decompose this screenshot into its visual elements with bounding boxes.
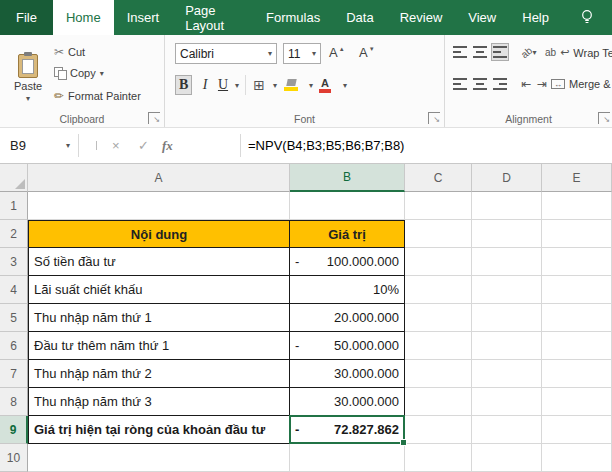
cell-C9[interactable] (405, 416, 472, 444)
fill-color-button[interactable] (283, 75, 299, 95)
bold-button[interactable]: B (175, 75, 192, 95)
tab-data[interactable]: Data (333, 0, 386, 35)
format-painter-button[interactable]: ✏ Format Painter (54, 89, 141, 103)
cell-B5[interactable]: 20.000.000 (290, 304, 405, 332)
cell-A1[interactable] (28, 192, 290, 220)
row-header-2[interactable]: 2 (0, 220, 28, 248)
cell-C8[interactable] (405, 388, 472, 416)
cell-C1[interactable] (405, 192, 472, 220)
align-right-button[interactable] (491, 75, 509, 93)
align-left-button[interactable] (451, 75, 469, 93)
cell-C4[interactable] (405, 276, 472, 304)
alignment-dialog-launcher[interactable]: ↘ (598, 112, 610, 124)
cell-A5[interactable]: Thu nhập năm thứ 1 (28, 304, 290, 332)
cell-E3[interactable] (542, 248, 612, 276)
row-header-8[interactable]: 8 (0, 388, 28, 416)
tab-help[interactable]: Help (509, 0, 562, 35)
cell-D2[interactable] (472, 220, 542, 248)
cell-D5[interactable] (472, 304, 542, 332)
cell-C6[interactable] (405, 332, 472, 360)
cell-B3[interactable]: -100.000.000 (290, 248, 405, 276)
cell-E7[interactable] (542, 360, 612, 388)
tab-file[interactable]: File (0, 0, 53, 35)
tab-page-layout[interactable]: Page Layout (172, 0, 253, 35)
cell-D10[interactable] (472, 444, 542, 472)
tell-me-button[interactable] (562, 0, 612, 35)
cell-B6[interactable]: -50.000.000 (290, 332, 405, 360)
font-dialog-launcher[interactable]: ↘ (428, 112, 440, 124)
underline-dropdown[interactable]: ▾ (229, 75, 245, 95)
borders-dropdown[interactable]: ▾ (267, 75, 283, 95)
row-header-9[interactable]: 9 (0, 416, 28, 444)
copy-button[interactable]: Copy ▾ (54, 67, 104, 79)
cell-B10[interactable] (290, 444, 405, 472)
cell-E1[interactable] (542, 192, 612, 220)
cell-D1[interactable] (472, 192, 542, 220)
align-center-button[interactable] (471, 75, 489, 93)
font-color-dropdown[interactable]: ▾ (337, 75, 353, 95)
cell-B1[interactable] (290, 192, 405, 220)
enter-button[interactable]: ✓ (138, 128, 149, 163)
cell-B8[interactable]: 30.000.000 (290, 388, 405, 416)
align-top-button[interactable] (451, 43, 469, 61)
cell-E10[interactable] (542, 444, 612, 472)
row-header-10[interactable]: 10 (0, 444, 28, 472)
cell-A9[interactable]: Giá trị hiện tại ròng của khoản đầu tư (28, 416, 290, 444)
cell-A6[interactable]: Đầu tư thêm năm thứ 1 (28, 332, 290, 360)
row-header-3[interactable]: 3 (0, 248, 28, 276)
column-header-d[interactable]: D (472, 164, 542, 192)
cell-C5[interactable] (405, 304, 472, 332)
column-header-c[interactable]: C (405, 164, 472, 192)
merge-center-button[interactable]: ↔ Merge & Cent ▾ (551, 78, 612, 90)
cell-B2[interactable]: Giá trị (290, 220, 405, 248)
tab-insert[interactable]: Insert (114, 0, 173, 35)
cell-C3[interactable] (405, 248, 472, 276)
cell-D4[interactable] (472, 276, 542, 304)
cell-E8[interactable] (542, 388, 612, 416)
cell-D3[interactable] (472, 248, 542, 276)
italic-button[interactable]: I (197, 75, 213, 95)
row-header-5[interactable]: 5 (0, 304, 28, 332)
column-header-e[interactable]: E (542, 164, 612, 192)
wrap-text-button[interactable]: ab↩ Wrap Text (545, 46, 612, 59)
insert-function-button[interactable]: fx (162, 128, 173, 163)
cell-E5[interactable] (542, 304, 612, 332)
row-header-7[interactable]: 7 (0, 360, 28, 388)
font-color-button[interactable]: A (317, 75, 333, 95)
orientation-button[interactable]: ab ▾ (517, 43, 541, 61)
increase-indent-button[interactable]: ⇥ (533, 75, 551, 93)
cell-D7[interactable] (472, 360, 542, 388)
cell-E9[interactable] (542, 416, 612, 444)
cell-C10[interactable] (405, 444, 472, 472)
cell-E6[interactable] (542, 332, 612, 360)
select-all-button[interactable] (0, 164, 28, 192)
cell-B7[interactable]: 30.000.000 (290, 360, 405, 388)
column-header-b[interactable]: B (290, 164, 405, 192)
cell-A7[interactable]: Thu nhập năm thứ 2 (28, 360, 290, 388)
clipboard-dialog-launcher[interactable]: ↘ (148, 112, 160, 124)
cell-E4[interactable] (542, 276, 612, 304)
cancel-button[interactable]: × (112, 128, 120, 163)
formula-input[interactable]: =NPV(B4;B3;B5;B6;B7;B8) (248, 128, 404, 163)
tab-review[interactable]: Review (387, 0, 456, 35)
font-name-select[interactable]: Calibri ▾ (175, 43, 277, 64)
name-box[interactable]: B9 ▾ (0, 128, 78, 163)
cell-B4[interactable]: 10% (290, 276, 405, 304)
paste-button[interactable]: Paste ▾ (6, 41, 50, 115)
cell-D9[interactable] (472, 416, 542, 444)
tab-home[interactable]: Home (53, 0, 114, 35)
cell-D8[interactable] (472, 388, 542, 416)
cell-A10[interactable] (28, 444, 290, 472)
decrease-font-size-button[interactable]: A ▼ (359, 45, 375, 60)
borders-button[interactable]: ⊞ (251, 75, 267, 95)
cell-A4[interactable]: Lãi suất chiết khấu (28, 276, 290, 304)
row-header-1[interactable]: 1 (0, 192, 28, 220)
cell-B9-selected[interactable]: - 72.827.862 (290, 416, 405, 444)
cell-C2[interactable] (405, 220, 472, 248)
row-header-6[interactable]: 6 (0, 332, 28, 360)
align-bottom-button[interactable] (491, 43, 509, 61)
column-header-a[interactable]: A (28, 164, 290, 192)
increase-font-size-button[interactable]: A ▲ (329, 45, 345, 60)
cell-A8[interactable]: Thu nhập năm thứ 3 (28, 388, 290, 416)
cell-C7[interactable] (405, 360, 472, 388)
